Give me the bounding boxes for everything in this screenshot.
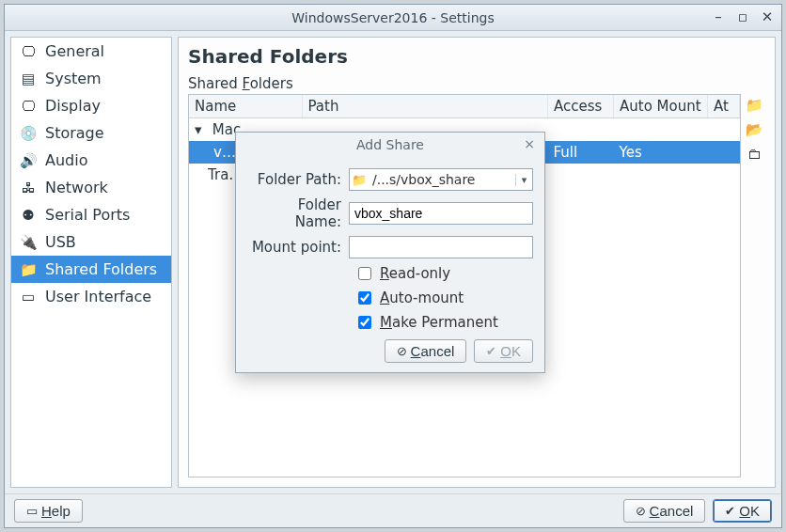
window-title: WindowsServer2016 - Settings	[291, 10, 494, 25]
col-path[interactable]: Path	[302, 95, 548, 118]
folder-remove-icon: 🗀	[747, 146, 762, 163]
chevron-down-icon: ▾	[195, 121, 208, 138]
minimize-button[interactable]: –	[710, 8, 727, 25]
check-icon: ✔	[725, 504, 735, 518]
cell-access: Full	[548, 141, 614, 164]
sidebar-item-general[interactable]: 🖵 General	[11, 38, 171, 65]
port-icon: ⚉	[19, 207, 38, 224]
sidebar-item-storage[interactable]: 💿 Storage	[11, 119, 171, 147]
row-permanent: Make Permanent	[354, 313, 533, 332]
sidebar-item-user-interface[interactable]: ▭ User Interface	[11, 283, 171, 310]
sidebar-item-label: Display	[45, 97, 101, 115]
disk-icon: 💿	[19, 125, 38, 142]
label-mount-point: Mount point:	[247, 239, 341, 256]
display-icon: 🖵	[19, 98, 38, 115]
sidebar-item-audio[interactable]: 🔊 Audio	[11, 147, 171, 174]
dialog-close-button[interactable]: ×	[522, 136, 537, 151]
page-title: Shared Folders	[188, 45, 765, 68]
help-button[interactable]: ▭ Help	[14, 499, 83, 523]
dialog-ok-button[interactable]: ✔ OK	[474, 339, 533, 363]
sidebar-item-label: Storage	[45, 124, 104, 142]
sidebar-item-label: User Interface	[45, 288, 151, 305]
sidebar-item-label: Serial Ports	[45, 206, 130, 224]
mount-point-input[interactable]	[349, 236, 533, 258]
automount-checkbox[interactable]	[358, 291, 371, 305]
chip-icon: ▤	[19, 70, 38, 87]
sidebar-item-serial-ports[interactable]: ⚉ Serial Ports	[11, 201, 171, 228]
sidebar-item-label: Audio	[45, 151, 87, 169]
dialog-titlebar: Add Share ×	[236, 133, 544, 157]
dialog-actions: ⊘ Cancel ✔ OK	[247, 339, 533, 363]
folder-add-icon: 📁	[746, 97, 763, 114]
ui-icon: ▭	[19, 289, 38, 305]
table-header-row: Name Path Access Auto Mount At	[189, 95, 740, 118]
maximize-button[interactable]: ▫	[734, 8, 751, 25]
close-icon: ×	[524, 136, 535, 151]
folder-path-combo[interactable]: 📁 /...s/vbox_share ▾	[349, 168, 533, 191]
row-readonly: Read-only	[354, 264, 533, 283]
network-icon: 🖧	[19, 180, 38, 196]
close-button[interactable]: ✕	[759, 8, 776, 25]
label-folder-name: Folder Name:	[247, 196, 341, 230]
label-permanent: Make Permanent	[380, 314, 498, 331]
sidebar-item-label: System	[45, 70, 102, 87]
folder-name-input[interactable]	[349, 202, 533, 225]
chevron-down-icon[interactable]: ▾	[515, 174, 532, 186]
col-access[interactable]: Access	[548, 95, 614, 118]
titlebar: WindowsServer2016 - Settings – ▫ ✕	[5, 5, 781, 31]
edit-share-button[interactable]: 📂	[745, 120, 763, 139]
label-folder-path: Folder Path:	[247, 171, 341, 188]
sidebar-item-shared-folders[interactable]: 📁 Shared Folders	[11, 256, 171, 283]
dialog-title: Add Share	[356, 137, 424, 152]
cell-automount: Yes	[614, 141, 708, 164]
check-icon: ✔	[486, 344, 496, 358]
sidebar-item-label: USB	[45, 233, 76, 251]
footer: ▭ Help ⊘ Cancel ✔ OK	[5, 493, 781, 527]
folder-icon: 📁	[19, 261, 38, 278]
cell-at	[708, 141, 740, 164]
sidebar-item-label: Network	[45, 179, 108, 196]
section-label: Shared Folders	[188, 75, 765, 92]
dialog-body: Folder Path: 📁 /...s/vbox_share ▾ Folder…	[236, 157, 544, 372]
sidebar-item-usb[interactable]: 🔌 USB	[11, 228, 171, 256]
usb-icon: 🔌	[19, 234, 38, 251]
folder-edit-icon: 📂	[746, 121, 763, 138]
sidebar-item-label: Shared Folders	[45, 260, 157, 278]
dialog-cancel-button[interactable]: ⊘ Cancel	[385, 339, 467, 363]
row-folder-name: Folder Name:	[247, 196, 533, 230]
cancel-icon: ⊘	[636, 504, 646, 518]
add-share-button[interactable]: 📁	[745, 96, 763, 115]
speaker-icon: 🔊	[19, 152, 38, 169]
sidebar-item-system[interactable]: ▤ System	[11, 65, 171, 92]
table-side-actions: 📁 📂 🗀	[745, 94, 765, 477]
window-controls: – ▫ ✕	[710, 8, 776, 25]
col-name[interactable]: Name	[189, 95, 302, 118]
remove-share-button[interactable]: 🗀	[745, 145, 763, 164]
label-automount: Auto-mount	[380, 289, 464, 306]
sidebar-item-network[interactable]: 🖧 Network	[11, 174, 171, 201]
sidebar-item-display[interactable]: 🖵 Display	[11, 92, 171, 119]
settings-sidebar: 🖵 General ▤ System 🖵 Display 💿 Storage 🔊…	[10, 37, 172, 488]
sidebar-item-label: General	[45, 42, 104, 60]
ok-button[interactable]: ✔ OK	[713, 499, 772, 523]
add-share-dialog: Add Share × Folder Path: 📁 /...s/vbox_sh…	[235, 132, 545, 373]
row-folder-path: Folder Path: 📁 /...s/vbox_share ▾	[247, 168, 533, 191]
cancel-button[interactable]: ⊘ Cancel	[623, 499, 706, 523]
folder-path-value: /...s/vbox_share	[369, 172, 515, 187]
row-automount: Auto-mount	[354, 289, 533, 307]
col-automount[interactable]: Auto Mount	[614, 95, 708, 118]
help-icon: ▭	[26, 504, 38, 518]
readonly-checkbox[interactable]	[358, 267, 371, 280]
permanent-checkbox[interactable]	[358, 316, 371, 329]
col-at[interactable]: At	[708, 95, 740, 118]
row-mount-point: Mount point:	[247, 236, 533, 258]
monitor-icon: 🖵	[19, 43, 38, 60]
folder-icon: 📁	[350, 173, 369, 187]
cancel-icon: ⊘	[397, 344, 407, 358]
label-readonly: Read-only	[380, 265, 450, 282]
